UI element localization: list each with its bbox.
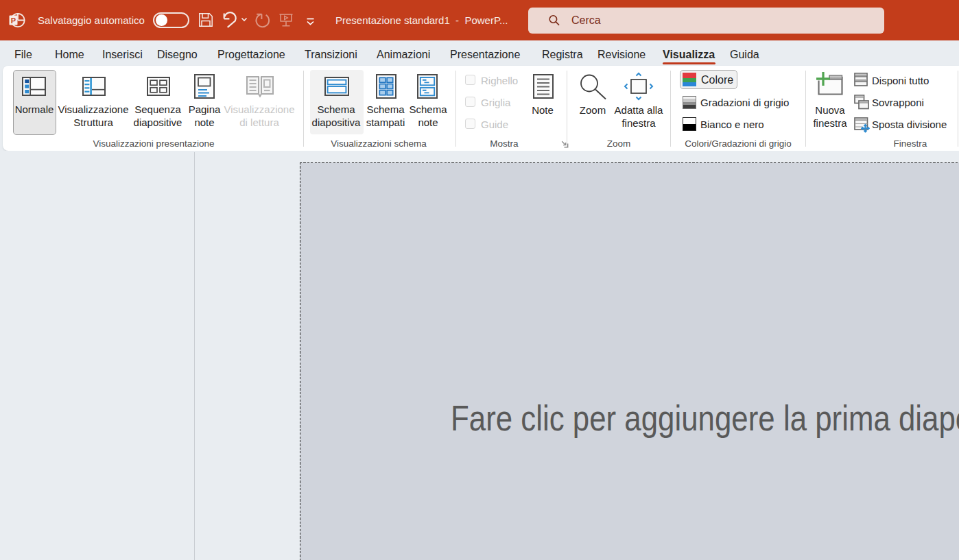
svg-text:P: P	[11, 16, 16, 25]
